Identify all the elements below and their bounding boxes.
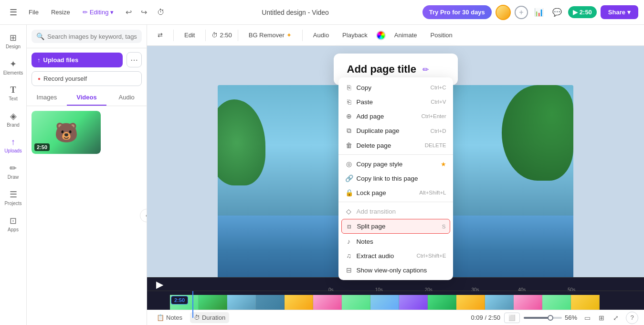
paste-label: Paste bbox=[357, 98, 373, 106]
redo-button[interactable]: ↪ bbox=[137, 5, 151, 20]
paste-shortcut: Ctrl+V bbox=[431, 99, 446, 105]
search-box: 🔍 bbox=[32, 30, 142, 43]
page-title-text[interactable]: Add page title bbox=[347, 63, 416, 76]
context-menu-copy-link[interactable]: 🔗 Copy link to this page bbox=[338, 171, 453, 185]
analytics-button[interactable]: 📊 bbox=[532, 5, 546, 20]
sidebar-item-apps[interactable]: ⊡ Apps bbox=[2, 212, 25, 236]
context-menu-split-page[interactable]: ⧈ Split page S bbox=[341, 219, 450, 234]
view-expand-icon: ⤢ bbox=[613, 314, 619, 322]
main-layout: ⊞ Design ✦ Elements T Text ◈ Brand ↑ Upl… bbox=[0, 25, 644, 325]
position-button[interactable]: Position bbox=[426, 29, 457, 41]
duration-bottom-label: Duration bbox=[202, 314, 225, 321]
timer-button[interactable]: ⏱ bbox=[154, 5, 168, 20]
avatar[interactable] bbox=[496, 5, 511, 20]
share-chevron-icon: ▾ bbox=[627, 9, 631, 16]
page-title-header: Add page title ✏ bbox=[347, 63, 444, 76]
help-button[interactable]: ? bbox=[626, 312, 638, 324]
view-grid-button[interactable]: ⊞ bbox=[595, 312, 608, 324]
tab-images[interactable]: Images bbox=[27, 90, 67, 106]
resize-button[interactable]: Resize bbox=[46, 6, 75, 18]
view-single-button[interactable]: ▭ bbox=[581, 312, 593, 324]
sidebar-item-projects[interactable]: ☰ Projects bbox=[2, 185, 25, 210]
sidebar-item-draw-label: Draw bbox=[8, 174, 19, 180]
toolbar-divider-4 bbox=[302, 30, 303, 41]
sidebar-item-text[interactable]: T Text bbox=[2, 81, 25, 105]
record-yourself-button[interactable]: ● Record yourself bbox=[32, 71, 142, 86]
context-menu-duplicate-page[interactable]: ⧉ Duplicate page Ctrl+D bbox=[338, 123, 453, 138]
zoom-thumb[interactable] bbox=[548, 315, 553, 321]
extract-shortcut: Ctrl+Shift+E bbox=[417, 253, 446, 259]
draw-icon: ✏ bbox=[10, 163, 17, 173]
undo-icon: ↩ bbox=[126, 8, 132, 17]
tab-videos[interactable]: Videos bbox=[67, 90, 107, 106]
copy-style-icon: ◎ bbox=[345, 160, 353, 168]
sidebar-item-uploads-label: Uploads bbox=[4, 148, 22, 153]
editing-button[interactable]: ✏ Editing ▾ bbox=[78, 6, 119, 18]
edit-pencil-icon: ✏ bbox=[422, 65, 429, 74]
context-menu-lock-page[interactable]: 🔒 Lock page Alt+Shift+L bbox=[338, 185, 453, 200]
sidebar-item-elements[interactable]: ✦ Elements bbox=[2, 55, 25, 79]
copy-shortcut: Ctrl+C bbox=[431, 85, 446, 90]
top-bar-left: ☰ File Resize ✏ Editing ▾ ↩ ↪ ⏱ bbox=[6, 5, 168, 20]
notes-button[interactable]: 📋 Notes bbox=[153, 312, 186, 323]
context-menu-paste[interactable]: ⎗ Paste Ctrl+V bbox=[338, 95, 453, 109]
context-menu-extract-audio[interactable]: ♫ Extract audio Ctrl+Shift+E bbox=[338, 249, 453, 263]
record-label: Record yourself bbox=[43, 75, 87, 82]
try-pro-button[interactable]: Try Pro for 30 days bbox=[422, 5, 492, 19]
elements-icon: ✦ bbox=[10, 59, 17, 69]
share-button[interactable]: Share ▾ bbox=[601, 5, 638, 19]
zoom-percent: 56% bbox=[565, 314, 577, 321]
sidebar-item-draw[interactable]: ✏ Draw bbox=[2, 159, 25, 184]
search-input[interactable] bbox=[47, 33, 137, 40]
analytics-icon: 📊 bbox=[534, 8, 544, 17]
comments-button[interactable]: 💬 bbox=[550, 5, 564, 20]
play-icon: ▶ bbox=[156, 279, 163, 290]
context-menu-notes[interactable]: ♪ Notes bbox=[338, 234, 453, 249]
edit-title-button[interactable]: ✏ bbox=[421, 64, 430, 76]
context-menu-add-page[interactable]: ⊕ Add page Ctrl+Enter bbox=[338, 109, 453, 123]
animate-button[interactable]: Animate bbox=[390, 29, 422, 41]
star-icon: ★ bbox=[441, 161, 446, 168]
play-button[interactable]: ▶ bbox=[152, 277, 167, 292]
context-menu-add-transition: ◇ Add transition bbox=[338, 204, 453, 218]
context-menu-delete-page[interactable]: 🗑 Delete page DELETE bbox=[338, 138, 453, 152]
zoom-slider[interactable] bbox=[524, 317, 562, 319]
context-menu-copy[interactable]: ⎘ Copy Ctrl+C bbox=[338, 80, 453, 95]
aspect-ratio-button[interactable]: ⬜ bbox=[504, 313, 520, 323]
extract-audio-label: Extract audio bbox=[357, 252, 394, 260]
undo-button[interactable]: ↩ bbox=[121, 5, 136, 20]
tab-audio[interactable]: Audio bbox=[106, 90, 147, 106]
time-display-button[interactable]: ▶ 2:50 bbox=[568, 6, 597, 18]
sidebar-item-projects-label: Projects bbox=[4, 201, 21, 206]
file-button[interactable]: File bbox=[24, 6, 43, 18]
link-icon: 🔗 bbox=[345, 174, 353, 182]
color-swatch[interactable] bbox=[376, 31, 386, 40]
duplicate-icon: ⧉ bbox=[345, 127, 353, 135]
hide-panel-button[interactable]: ‹ bbox=[140, 209, 147, 222]
menu-button[interactable]: ☰ bbox=[6, 5, 21, 20]
sidebar-item-design[interactable]: ⊞ Design bbox=[2, 29, 25, 53]
apps-icon: ⊡ bbox=[10, 216, 17, 226]
sidebar-item-design-label: Design bbox=[6, 44, 21, 49]
sidebar-item-elements-label: Elements bbox=[3, 70, 23, 76]
upload-more-button[interactable]: ⋯ bbox=[127, 52, 142, 67]
context-menu-view-captions[interactable]: ⊟ Show view-only captions bbox=[338, 263, 453, 277]
view-expand-button[interactable]: ⤢ bbox=[610, 312, 622, 324]
delete-icon: 🗑 bbox=[345, 141, 353, 149]
context-menu-copy-style[interactable]: ◎ Copy page style ★ bbox=[338, 157, 453, 171]
split-icon: ⧈ bbox=[346, 222, 353, 230]
bg-remover-button[interactable]: BG Remover ✦ bbox=[244, 29, 296, 41]
copy-icon: ⎘ bbox=[345, 84, 353, 91]
video-thumbnail[interactable]: 🐻 2:50 bbox=[32, 111, 101, 154]
panel-search-area: 🔍 bbox=[27, 25, 147, 48]
edit-button[interactable]: Edit bbox=[179, 29, 200, 41]
duration-button[interactable]: ⏱ Duration bbox=[190, 312, 229, 323]
sync-button[interactable]: ⇄ bbox=[153, 29, 168, 41]
upload-files-button[interactable]: ↑ Upload files bbox=[32, 53, 123, 67]
sidebar-item-uploads[interactable]: ↑ Uploads bbox=[2, 133, 25, 157]
playback-button[interactable]: Playback bbox=[338, 29, 372, 41]
delete-label: Delete page bbox=[357, 142, 391, 149]
audio-button[interactable]: Audio bbox=[308, 29, 334, 41]
invite-button[interactable]: + bbox=[515, 6, 528, 19]
sidebar-item-brand[interactable]: ◈ Brand bbox=[2, 107, 25, 131]
